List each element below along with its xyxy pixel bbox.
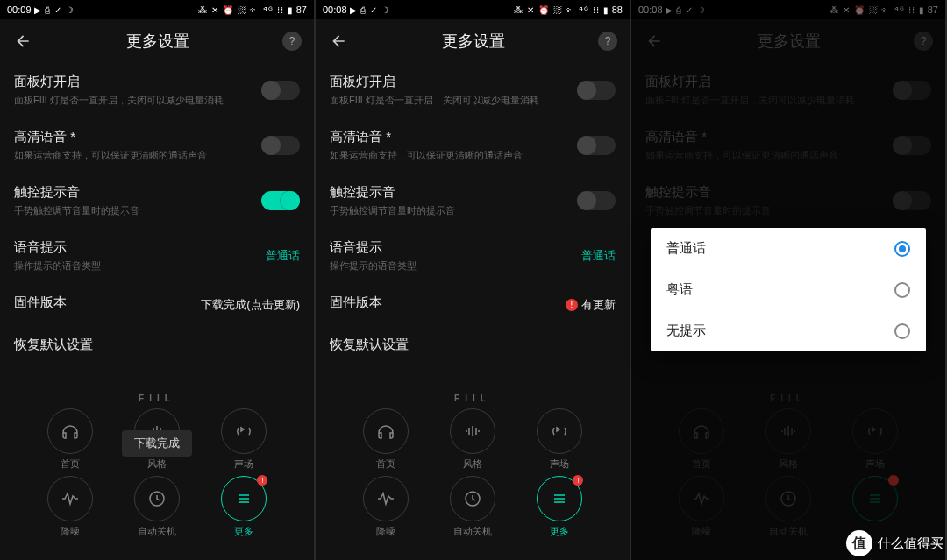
setting-sub: 手势触控调节音量时的提示音 xyxy=(14,204,261,217)
nav-style[interactable]: 风格 xyxy=(429,408,516,471)
nav-soundfield[interactable]: 声场 xyxy=(201,408,288,471)
nav-autopower[interactable]: 自动关机 xyxy=(113,476,200,538)
status-left-icons: ▶ ⎙ ✓ ☽ xyxy=(34,5,75,15)
panel-light-toggle[interactable] xyxy=(261,81,300,100)
reset-row[interactable]: 恢复默认设置 xyxy=(0,326,314,368)
status-left-icons: ▶ ⎙ ✓ ☽ xyxy=(350,5,390,15)
firmware-row[interactable]: 固件版本 !有更新 xyxy=(316,284,630,326)
setting-title: 高清语音 * xyxy=(14,129,261,145)
setting-sub: 操作提示的语音类型 xyxy=(14,259,266,273)
page-title: 更多设置 xyxy=(33,31,282,52)
page-title: 更多设置 xyxy=(349,31,598,52)
voice-prompt-dialog: 普通话 粤语 无提示 xyxy=(651,228,926,351)
setting-title: 面板灯开启 xyxy=(14,74,261,90)
voice-prompt-value: 普通话 xyxy=(581,248,616,264)
alert-icon: ! xyxy=(566,299,578,311)
panel-light-toggle[interactable] xyxy=(577,81,616,100)
watermark-text: 什么值得买 xyxy=(878,535,943,552)
panel-1: 00:08 ▶ ⎙ ✓ ☽ ⁂ ✕ ⏰ ⛆ ᯤ ⁴ᴳ ⁞⁞ ▮ 88 更多设置 … xyxy=(316,0,631,560)
back-button[interactable] xyxy=(328,31,349,52)
back-button[interactable] xyxy=(12,31,33,52)
status-right-icons: ⁂ ✕ ⏰ ⛆ ᯤ ⁴ᴳ ⁞⁞ ▮ xyxy=(514,5,609,15)
header: 更多设置 ? xyxy=(0,19,314,63)
radio-icon xyxy=(894,323,910,339)
bottom-nav: FIIL 首页 风格 声场 降噪 自动关机 !更多 下载完成 xyxy=(0,385,314,560)
panel-0: 00:09 ▶ ⎙ ✓ ☽ ⁂ ✕ ⏰ ⛆ ᯤ ⁴ᴳ ⁞⁞ ▮ 87 更多设置 … xyxy=(0,0,316,560)
touch-tone-row[interactable]: 触控提示音 手势触控调节音量时的提示音 xyxy=(0,174,314,229)
dialog-option-cantonese[interactable]: 粤语 xyxy=(651,269,926,310)
help-button[interactable]: ? xyxy=(598,32,617,51)
panel-light-row[interactable]: 面板灯开启 面板FIIL灯是否一直开启，关闭可以减少电量消耗 xyxy=(316,63,630,118)
alert-badge: ! xyxy=(573,475,583,486)
nav-more[interactable]: !更多 xyxy=(201,476,288,538)
bottom-nav: FIIL 首页 风格 声场 降噪 自动关机 !更多 xyxy=(316,385,630,560)
touch-tone-toggle[interactable] xyxy=(577,191,616,210)
battery-level: 87 xyxy=(296,4,307,15)
nav-noise[interactable]: 降噪 xyxy=(342,476,429,538)
settings-list: 面板灯开启 面板FIIL灯是否一直开启，关闭可以减少电量消耗 高清语音 * 如果… xyxy=(316,63,630,385)
clock: 00:09 xyxy=(7,4,32,15)
hd-voice-toggle[interactable] xyxy=(261,136,300,155)
dialog-option-none[interactable]: 无提示 xyxy=(651,310,926,351)
firmware-status: 有更新 xyxy=(581,297,616,313)
hd-voice-toggle[interactable] xyxy=(577,136,616,155)
setting-title: 触控提示音 xyxy=(14,184,261,201)
help-button[interactable]: ? xyxy=(282,32,302,51)
settings-list: 面板灯开启 面板FIIL灯是否一直开启，关闭可以减少电量消耗 高清语音 * 如果… xyxy=(0,63,314,385)
nav-more[interactable]: !更多 xyxy=(516,476,603,538)
battery-level: 88 xyxy=(612,4,623,15)
header: 更多设置 ? xyxy=(316,19,630,63)
hd-voice-row[interactable]: 高清语音 * 如果运营商支持，可以保证更清晰的通话声音 xyxy=(0,118,314,174)
fiil-logo: FIIL xyxy=(0,393,314,403)
status-right-icons: ⁂ ✕ ⏰ ⛆ ᯤ ⁴ᴳ ⁞⁞ ▮ xyxy=(198,5,293,15)
hd-voice-row[interactable]: 高清语音 * 如果运营商支持，可以保证更清晰的通话声音 xyxy=(316,118,630,174)
reset-row[interactable]: 恢复默认设置 xyxy=(316,326,630,368)
nav-home[interactable]: 首页 xyxy=(26,408,113,471)
touch-tone-row[interactable]: 触控提示音 手势触控调节音量时的提示音 xyxy=(316,174,630,229)
nav-soundfield[interactable]: 声场 xyxy=(516,408,603,471)
watermark: 值 什么值得买 xyxy=(846,530,943,556)
radio-icon xyxy=(894,282,910,298)
firmware-row[interactable]: 固件版本 下载完成(点击更新) xyxy=(0,284,314,326)
touch-tone-toggle[interactable] xyxy=(261,191,300,210)
setting-title: 恢复默认设置 xyxy=(14,337,93,353)
nav-noise[interactable]: 降噪 xyxy=(26,476,113,538)
panel-light-row[interactable]: 面板灯开启 面板FIIL灯是否一直开启，关闭可以减少电量消耗 xyxy=(0,63,314,118)
nav-home[interactable]: 首页 xyxy=(342,408,429,471)
status-bar: 00:09 ▶ ⎙ ✓ ☽ ⁂ ✕ ⏰ ⛆ ᯤ ⁴ᴳ ⁞⁞ ▮ 87 xyxy=(0,0,314,19)
setting-title: 语音提示 xyxy=(14,239,266,256)
radio-icon xyxy=(894,241,910,257)
watermark-badge: 值 xyxy=(846,530,872,556)
voice-prompt-value: 普通话 xyxy=(266,248,300,264)
nav-autopower[interactable]: 自动关机 xyxy=(429,476,516,538)
setting-title: 固件版本 xyxy=(14,294,201,311)
setting-sub: 面板FIIL灯是否一直开启，关闭可以减少电量消耗 xyxy=(14,94,261,107)
voice-prompt-row[interactable]: 语音提示 操作提示的语音类型 普通话 xyxy=(316,229,630,284)
dialog-option-mandarin[interactable]: 普通话 xyxy=(651,228,926,269)
clock: 00:08 xyxy=(323,4,347,15)
fiil-logo: FIIL xyxy=(316,393,630,403)
download-toast: 下载完成 xyxy=(122,430,192,457)
panel-2: 00:08 ▶ ⎙ ✓ ☽ ⁂ ✕ ⏰ ⛆ ᯤ ⁴ᴳ ⁞⁞ ▮ 87 更多设置 … xyxy=(631,0,947,560)
status-bar: 00:08 ▶ ⎙ ✓ ☽ ⁂ ✕ ⏰ ⛆ ᯤ ⁴ᴳ ⁞⁞ ▮ 88 xyxy=(316,0,630,19)
alert-badge: ! xyxy=(257,475,267,486)
firmware-status: 下载完成(点击更新) xyxy=(201,297,300,313)
voice-prompt-row[interactable]: 语音提示 操作提示的语音类型 普通话 xyxy=(0,229,314,284)
setting-sub: 如果运营商支持，可以保证更清晰的通话声音 xyxy=(14,149,261,162)
